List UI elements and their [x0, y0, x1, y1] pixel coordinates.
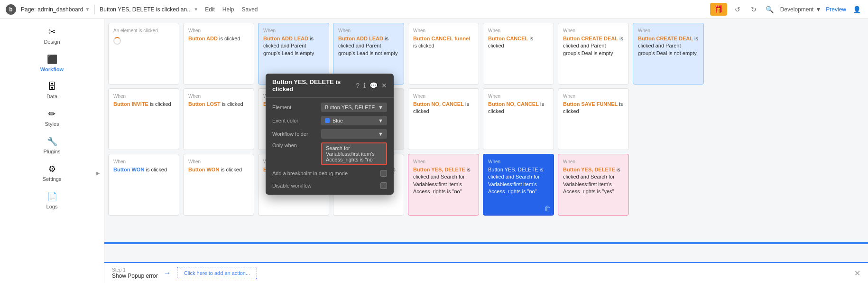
breakpoint-checkbox[interactable] [380, 170, 387, 177]
wf-card-cancel-funnel[interactable]: When Button CANCEL funnel is clicked [408, 23, 479, 85]
sidebar-label-logs: Logs [46, 204, 58, 209]
color-swatch [325, 118, 330, 123]
wf-card-no-cancel-2[interactable]: When Button NO, CANCEL is clicked [483, 88, 554, 150]
step-title: Show Popup error [112, 273, 158, 279]
card-highlight: Button NO, CANCEL [488, 101, 539, 107]
sidebar-item-settings[interactable]: ⚙ Settings ▶ [0, 160, 104, 186]
topbar-right: 🎁 ↺ ↻ 🔍 Development ▼ Preview 👤 [710, 3, 862, 16]
modal-dialog[interactable]: Button YES, DELETE is clicked ? ℹ 💬 ✕ El… [266, 74, 394, 195]
card-body: Button YES, DELETE is clicked and Search… [413, 166, 474, 196]
workflow-row-1: An element is clicked When Button ADD is… [108, 23, 864, 85]
wf-card-won-2[interactable]: When Button WON is clicked [183, 154, 254, 216]
only-when-label: Only when [272, 142, 317, 148]
card-header: When [113, 94, 174, 99]
step-close-button[interactable]: ✕ [854, 269, 860, 278]
preview-button[interactable]: Preview [826, 6, 846, 13]
wf-card-save-funnel[interactable]: When Button SAVE FUNNEL is clicked [558, 88, 629, 150]
modal-event-color-row: Event color Blue ▼ [272, 116, 387, 125]
workflow-folder-select[interactable]: ▼ [321, 129, 387, 139]
environment-selector[interactable]: Development ▼ [780, 6, 822, 13]
sidebar-item-workflow[interactable]: ⬛ Workflow [0, 50, 104, 76]
wf-card-cancel[interactable]: When Button CANCEL is clicked [483, 23, 554, 85]
element-select[interactable]: Button YES, DELETE ▼ [321, 103, 387, 112]
sidebar-item-styles[interactable]: ✏ Styles [0, 105, 104, 131]
card-highlight: Button WON [113, 167, 144, 172]
sidebar-item-logs[interactable]: 📄 Logs [0, 188, 104, 213]
wf-card-yes-delete-2[interactable]: When Button YES, DELETE is clicked and S… [408, 154, 479, 216]
card-header: When [188, 28, 249, 33]
sidebar-item-plugins[interactable]: 🔧 Plugins [0, 132, 104, 158]
wf-card-won-1[interactable]: When Button WON is clicked [108, 154, 179, 216]
settings-icon: ⚙ [48, 164, 56, 174]
wf-card-invite[interactable]: When Button INVITE is clicked [108, 88, 179, 150]
disable-label: Disable workflow [272, 183, 312, 189]
card-highlight: Button WON [188, 167, 219, 172]
gift-button[interactable]: 🎁 [710, 3, 727, 16]
card-highlight: Button LOST [188, 101, 221, 107]
breakpoint-label: Add a breakpoint in debug mode [272, 170, 348, 176]
card-highlight: Button CREATE DEAL [563, 36, 618, 41]
user-icon[interactable]: 👤 [851, 4, 862, 15]
sidebar-item-data[interactable]: 🗄 Data [0, 78, 104, 103]
wf-card-yes-delete-active[interactable]: When Button YES, DELETE is clicked and S… [483, 154, 554, 216]
disable-checkbox[interactable] [380, 182, 387, 189]
page-label: Page: [21, 6, 36, 13]
wf-card-create-deal-empty[interactable]: When Button CREATE DEAL is clicked and P… [558, 23, 629, 85]
wf-card-yes-delete-3[interactable]: When Button YES, DELETE is clicked and S… [558, 154, 629, 216]
help-menu[interactable]: Help [222, 6, 234, 13]
card-body: Button NO, CANCEL is clicked [413, 101, 474, 115]
spinner-icon [113, 37, 121, 45]
workflow-selector[interactable]: Button YES, DELETE is clicked an... ▼ [100, 6, 198, 13]
info-icon[interactable]: ℹ [363, 82, 366, 89]
workflow-chevron-icon[interactable]: ▼ [194, 7, 198, 12]
card-header: When [188, 159, 249, 164]
step-bar: Step 1 Show Popup error → Click here to … [104, 262, 868, 283]
card-body: Button SAVE FUNNEL is clicked [563, 101, 624, 115]
card-body: Button ADD is clicked [188, 35, 249, 42]
modal-element-row: Element Button YES, DELETE ▼ [272, 103, 387, 112]
wf-card-no-cancel-1[interactable]: When Button NO, CANCEL is clicked [408, 88, 479, 150]
plugins-icon: 🔧 [47, 136, 57, 147]
modal-title: Button YES, DELETE is clicked [272, 78, 356, 93]
content-area: An element is clicked When Button ADD is… [104, 19, 868, 283]
card-header: When [263, 28, 324, 33]
delete-icon[interactable]: 🗑 [544, 205, 551, 212]
logs-icon: 📄 [47, 191, 57, 202]
add-action-button[interactable]: Click here to add an action... [177, 267, 257, 279]
topbar-menu: Edit Help Saved [205, 6, 258, 13]
page-chevron-icon[interactable]: ▼ [85, 7, 90, 12]
event-color-select[interactable]: Blue ▼ [321, 116, 387, 125]
modal-only-when-row: Only when Search for Variabless:first it… [272, 142, 387, 165]
undo-button[interactable]: ↺ [732, 4, 743, 15]
card-header: When [563, 159, 624, 164]
close-icon[interactable]: ✕ [381, 82, 387, 89]
modal-disable-row: Disable workflow [272, 181, 387, 190]
card-header: When [488, 159, 549, 164]
sidebar: ✂ Design ⬛ Workflow 🗄 Data ✏ Styles 🔧 Pl… [0, 19, 104, 283]
app-logo: b [6, 4, 16, 15]
card-body: Button CANCEL is clicked [488, 35, 549, 50]
redo-button[interactable]: ↻ [748, 4, 759, 15]
page-selector[interactable]: Page: admin_dashboard ▼ [21, 6, 90, 13]
card-header: When [413, 94, 474, 99]
chat-icon[interactable]: 💬 [369, 82, 378, 89]
wf-card-create-deal-not-empty[interactable]: When Button CREATE DEAL is clicked and P… [633, 23, 704, 85]
card-header: An element is clicked [113, 28, 174, 33]
workflow-icon: ⬛ [47, 54, 57, 65]
wf-card-add[interactable]: When Button ADD is clicked [183, 23, 254, 85]
help-icon[interactable]: ? [356, 82, 360, 89]
card-highlight: Button INVITE [113, 101, 148, 107]
card-header: When [488, 94, 549, 99]
search-button[interactable]: 🔍 [764, 4, 776, 15]
only-when-condition[interactable]: Search for Variabless:first item's Acces… [321, 142, 387, 165]
settings-arrow-icon: ▶ [96, 170, 100, 176]
edit-menu[interactable]: Edit [205, 6, 215, 13]
element-label: Element [272, 104, 317, 110]
sidebar-item-design[interactable]: ✂ Design [0, 23, 104, 48]
card-highlight: Button ADD LEAD [263, 36, 308, 41]
card-body: Button NO, CANCEL is clicked [488, 101, 549, 115]
wf-card-element-clicked[interactable]: An element is clicked [108, 23, 179, 85]
main-layout: ✂ Design ⬛ Workflow 🗄 Data ✏ Styles 🔧 Pl… [0, 19, 868, 283]
card-highlight: Button CANCEL [488, 36, 528, 41]
wf-card-lost[interactable]: When Button LOST is clicked [183, 88, 254, 150]
